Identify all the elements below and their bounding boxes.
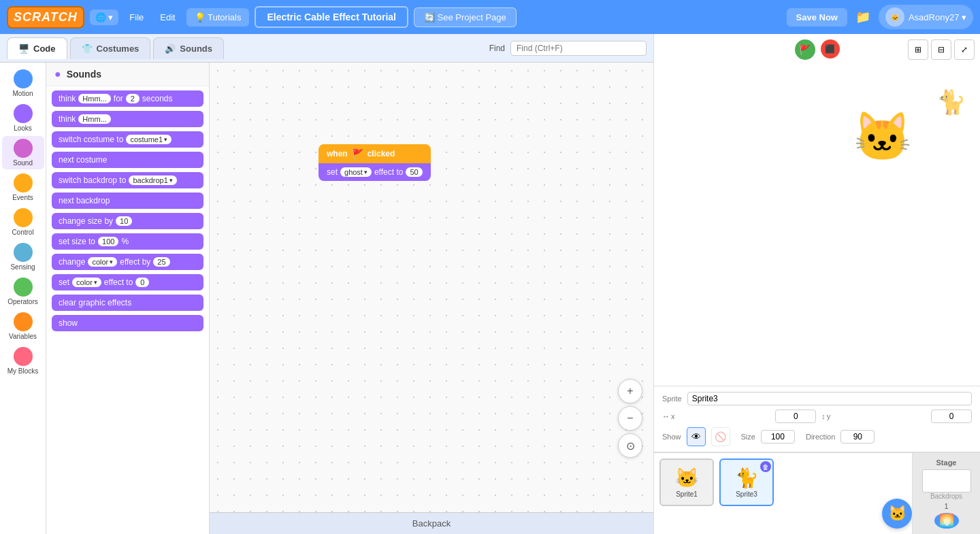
- green-flag-button[interactable]: 🚩: [795, 39, 815, 60]
- sidebar-item-sensing[interactable]: Sensing: [2, 240, 44, 273]
- sprite3-icon: 🐈: [735, 467, 759, 489]
- flag-icon: 🚩: [352, 148, 363, 159]
- block-switch-backdrop[interactable]: switch backdrop to backdrop1: [52, 172, 203, 188]
- block-next-costume[interactable]: next costume: [52, 152, 203, 168]
- block-switch-costume[interactable]: switch costume to costume1: [52, 131, 203, 148]
- size-label: Size: [741, 433, 755, 441]
- category-sidebar: Motion Looks Sound Events: [0, 63, 46, 534]
- hide-eye-button[interactable]: 🚫: [711, 427, 730, 446]
- add-backdrop-button[interactable]: 🌅: [934, 513, 959, 529]
- sensing-label: Sensing: [10, 263, 35, 271]
- action-block-set-effect[interactable]: set ghost effect to 50: [318, 163, 431, 181]
- stage-mini-preview[interactable]: [922, 469, 971, 493]
- layout-fullscreen-button[interactable]: ⤢: [954, 39, 975, 60]
- zoom-out-button[interactable]: −: [618, 406, 642, 431]
- tutorials-button[interactable]: 💡 Tutorials: [186, 8, 250, 27]
- sprite1-name: Sprite1: [676, 490, 698, 498]
- block-think[interactable]: think Hmm...: [52, 111, 203, 127]
- code-icon: 🖥️: [18, 44, 29, 54]
- sprite-direction-input[interactable]: [840, 430, 875, 444]
- sprite-info-panel: Sprite ↔ x ↕ y: [654, 386, 980, 452]
- script-area[interactable]: when 🚩 clicked set ghost effect to 50: [210, 63, 653, 512]
- folder-icon[interactable]: 📁: [853, 7, 873, 27]
- x-text: x: [671, 412, 675, 420]
- sprite-thumb-sprite3[interactable]: 🗑 🐈 Sprite3: [719, 458, 774, 506]
- backpack-bar[interactable]: Backpack: [210, 512, 653, 534]
- tab-sounds[interactable]: 🔊 Sounds: [153, 37, 224, 59]
- zoom-controls: + − ⊙: [618, 379, 642, 458]
- sound-dot: [14, 139, 33, 158]
- event-block-when-clicked[interactable]: when 🚩 clicked: [318, 144, 431, 163]
- sidebar-item-my-blocks[interactable]: My Blocks: [2, 344, 44, 378]
- see-project-button[interactable]: 🔄 See Project Page: [414, 7, 517, 27]
- block-next-backdrop[interactable]: next backdrop: [52, 193, 203, 209]
- layout-buttons: ⊞ ⊟ ⤢: [908, 39, 975, 60]
- sprite-list-area: 🐱 Sprite1 🗑 🐈 Sprite3 🐱 Stage Backdrops: [654, 452, 980, 534]
- sidebar-item-looks[interactable]: Looks: [2, 101, 44, 135]
- block-change-color-effect[interactable]: change color effect by 25: [52, 254, 203, 270]
- sounds-icon: 🔊: [165, 44, 176, 54]
- project-title[interactable]: Electric Cable Effect Tutorial: [255, 6, 408, 28]
- sprite-props-grid: ↔ x ↕ y: [662, 410, 972, 423]
- sprite-size-input[interactable]: [761, 430, 795, 444]
- block-show[interactable]: show: [52, 315, 203, 331]
- show-eye-button[interactable]: 👁: [687, 427, 706, 446]
- zoom-reset-button[interactable]: ⊙: [618, 433, 642, 458]
- user-label: AsadRony27 ▾: [909, 12, 966, 22]
- tab-sounds-label: Sounds: [180, 44, 212, 54]
- file-menu-button[interactable]: File: [124, 10, 149, 25]
- find-bar: Find: [489, 41, 647, 56]
- sprite-small-on-stage: 🐈: [936, 88, 966, 116]
- block-change-size-by[interactable]: change size by 10: [52, 213, 203, 229]
- right-panel: 🚩 ⬛ ⊞ ⊟ ⤢ 🐱 🐈: [653, 34, 980, 534]
- sidebar-item-variables[interactable]: Variables: [2, 310, 44, 343]
- events-dot: [14, 173, 33, 193]
- sound-label: Sound: [13, 159, 33, 167]
- block-set-color-effect[interactable]: set color effect to 0: [52, 274, 203, 290]
- layout-normal-button[interactable]: ⊞: [908, 39, 928, 60]
- blocks-panel-header: ● Sounds: [46, 63, 209, 86]
- block-think-for[interactable]: think Hmm... for 2 seconds: [52, 90, 203, 107]
- left-panels: Motion Looks Sound Events: [0, 63, 210, 534]
- sidebar-item-motion[interactable]: Motion: [2, 67, 44, 100]
- block-set-size-to[interactable]: set size to 100 %: [52, 233, 203, 250]
- tab-costumes[interactable]: 👕 Costumes: [70, 37, 151, 59]
- add-sprite-button[interactable]: 🐱: [882, 499, 912, 529]
- backdrops-label: Backdrops: [930, 493, 962, 500]
- find-input[interactable]: [510, 41, 647, 56]
- effect-dropdown[interactable]: ghost: [340, 167, 372, 177]
- sprite-name-input[interactable]: [687, 392, 972, 405]
- stage-area: 🚩 ⬛ ⊞ ⊟ ⤢ 🐱 🐈: [654, 34, 980, 386]
- edit-menu-button[interactable]: Edit: [154, 10, 180, 25]
- looks-header-dot: ●: [54, 68, 61, 80]
- scratch-logo[interactable]: SCRATCH: [7, 6, 84, 29]
- save-now-button[interactable]: Save Now: [787, 8, 847, 27]
- variables-label: Variables: [9, 333, 37, 340]
- tab-bar: 🖥️ Code 👕 Costumes 🔊 Sounds Find: [0, 34, 653, 63]
- globe-button[interactable]: 🌐 ▾: [90, 10, 119, 25]
- block-clear-graphic-effects[interactable]: clear graphic effects: [52, 295, 203, 311]
- script-block-group[interactable]: when 🚩 clicked set ghost effect to 50: [318, 144, 431, 181]
- stop-button[interactable]: ⬛: [821, 39, 840, 59]
- y-label-row: ↕ y: [821, 412, 926, 420]
- tab-code[interactable]: 🖥️ Code: [7, 37, 67, 59]
- sprite-x-input[interactable]: [775, 410, 816, 423]
- user-menu-button[interactable]: 🐱 AsadRony27 ▾: [879, 5, 973, 29]
- sidebar-item-events[interactable]: Events: [2, 171, 44, 204]
- code-main: Motion Looks Sound Events: [0, 63, 653, 534]
- sidebar-item-control[interactable]: Control: [2, 205, 44, 239]
- stage-title: Stage: [936, 458, 957, 467]
- sidebar-item-sound[interactable]: Sound: [2, 136, 44, 169]
- sprite-thumb-sprite1[interactable]: 🐱 Sprite1: [659, 458, 714, 506]
- my-blocks-label: My Blocks: [7, 367, 39, 375]
- operators-label: Operators: [7, 298, 37, 305]
- sprite3-delete-button[interactable]: 🗑: [760, 461, 771, 472]
- layout-wide-button[interactable]: ⊟: [931, 39, 951, 60]
- sprite3-name: Sprite3: [736, 490, 757, 498]
- sprite-y-input[interactable]: [931, 410, 972, 423]
- zoom-in-button[interactable]: +: [618, 379, 642, 403]
- sidebar-item-operators[interactable]: Operators: [2, 275, 44, 308]
- looks-dot: [14, 104, 33, 123]
- script-stage-area: when 🚩 clicked set ghost effect to 50: [210, 63, 653, 534]
- y-text: y: [827, 412, 831, 420]
